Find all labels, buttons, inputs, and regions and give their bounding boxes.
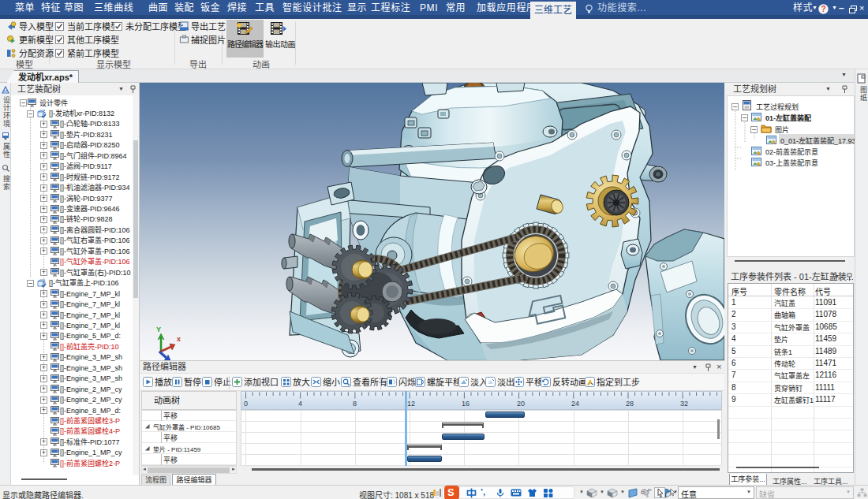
svg-text:?: ? [821,5,825,13]
svg-text:Y: Y [156,326,161,333]
svg-text:x: x [177,335,181,343]
